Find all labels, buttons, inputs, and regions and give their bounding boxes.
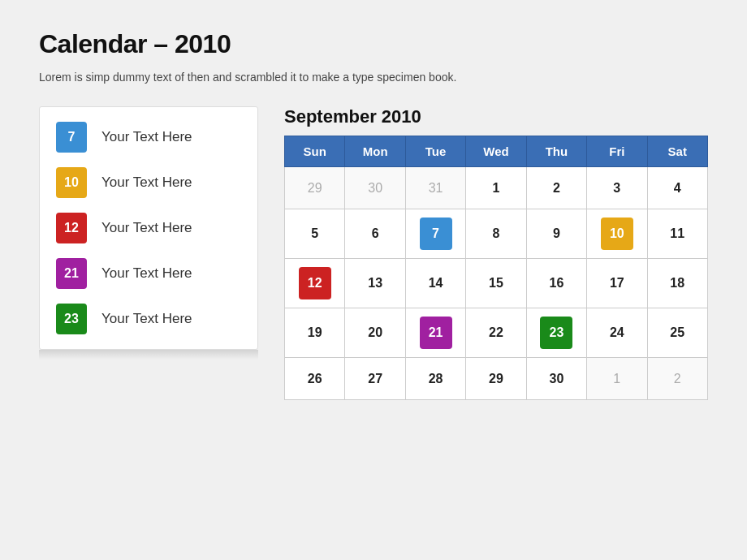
calendar-cell: 7	[405, 209, 465, 259]
calendar-cell: 29	[466, 358, 526, 400]
calendar-cell: 13	[345, 259, 405, 308]
calendar-header-wed: Wed	[466, 136, 526, 167]
calendar-cell: 20	[345, 308, 405, 358]
calendar-cell: 28	[405, 358, 465, 400]
calendar-cell: 19	[285, 308, 345, 358]
calendar-cell: 18	[647, 259, 707, 308]
calendar-cell: 2	[526, 167, 586, 209]
calendar-header-mon: Mon	[345, 136, 405, 167]
calendar-cell: 29	[285, 167, 345, 209]
highlight-badge: 12	[299, 267, 331, 299]
calendar-cell: 21	[405, 308, 465, 358]
calendar-cell: 1	[587, 358, 647, 400]
calendar-cell: 23	[526, 308, 586, 358]
calendar-header-fri: Fri	[587, 136, 647, 167]
calendar-cell: 24	[587, 308, 647, 358]
legend-label: Your Text Here	[101, 129, 192, 145]
legend-item: 23 Your Text Here	[56, 304, 241, 334]
calendar-cell: 9	[526, 209, 586, 259]
legend-panel-wrap: 7 Your Text Here 10 Your Text Here 12 Yo…	[39, 106, 258, 360]
calendar-cell: 4	[647, 167, 707, 209]
legend-label: Your Text Here	[101, 174, 192, 191]
calendar-cell: 16	[526, 259, 586, 308]
calendar-cell: 6	[345, 209, 405, 259]
calendar-cell: 27	[345, 358, 405, 400]
calendar-cell: 15	[466, 259, 526, 308]
calendar-row: 262728293012	[285, 358, 708, 400]
calendar-cell: 31	[405, 167, 465, 209]
calendar-cell: 11	[647, 209, 707, 259]
calendar-header-thu: Thu	[526, 136, 586, 167]
calendar-cell: 10	[587, 209, 647, 259]
calendar-header-sun: Sun	[285, 136, 345, 167]
highlight-badge: 23	[540, 317, 572, 349]
calendar-cell: 30	[526, 358, 586, 400]
legend-badge: 10	[56, 167, 87, 198]
legend-panel: 7 Your Text Here 10 Your Text Here 12 Yo…	[39, 106, 258, 350]
calendar-cell: 8	[466, 209, 526, 259]
legend-badge: 21	[56, 258, 87, 289]
page: Calendar – 2010 Lorem is simp dummy text…	[0, 0, 747, 560]
calendar-cell: 30	[345, 167, 405, 209]
legend-item: 10 Your Text Here	[56, 167, 241, 198]
legend-item: 21 Your Text Here	[56, 258, 241, 289]
calendar-cell: 3	[587, 167, 647, 209]
legend-item: 12 Your Text Here	[56, 213, 241, 243]
calendar-title: September 2010	[284, 106, 708, 127]
calendar-cell: 26	[285, 358, 345, 400]
legend-badge: 7	[56, 122, 87, 153]
calendar-cell: 12	[285, 259, 345, 308]
calendar-cell: 22	[466, 308, 526, 358]
calendar-header-sat: Sat	[647, 136, 707, 167]
legend-item: 7 Your Text Here	[56, 122, 241, 153]
legend-label: Your Text Here	[101, 265, 192, 282]
page-title: Calendar – 2010	[39, 29, 708, 59]
calendar-cell: 25	[647, 308, 707, 358]
calendar-row: 567891011	[285, 209, 708, 259]
legend-label: Your Text Here	[101, 311, 192, 327]
legend-label: Your Text Here	[101, 220, 192, 236]
calendar-header-tue: Tue	[405, 136, 465, 167]
highlight-badge: 7	[420, 218, 452, 250]
calendar-section: September 2010 SunMonTueWedThuFriSat2930…	[284, 106, 708, 400]
calendar-cell: 5	[285, 209, 345, 259]
calendar-cell: 14	[405, 259, 465, 308]
calendar-table: SunMonTueWedThuFriSat2930311234567891011…	[284, 136, 708, 400]
subtitle: Lorem is simp dummy text of then and scr…	[39, 71, 708, 84]
calendar-cell: 2	[647, 358, 707, 400]
legend-badge: 12	[56, 213, 87, 243]
highlight-badge: 21	[420, 317, 452, 349]
calendar-row: 19202122232425	[285, 308, 708, 358]
highlight-badge: 10	[601, 218, 633, 250]
legend-badge: 23	[56, 304, 87, 334]
calendar-cell: 17	[587, 259, 647, 308]
main-content: 7 Your Text Here 10 Your Text Here 12 Yo…	[39, 106, 708, 400]
calendar-row: 12131415161718	[285, 259, 708, 308]
calendar-row: 2930311234	[285, 167, 708, 209]
calendar-cell: 1	[466, 167, 526, 209]
